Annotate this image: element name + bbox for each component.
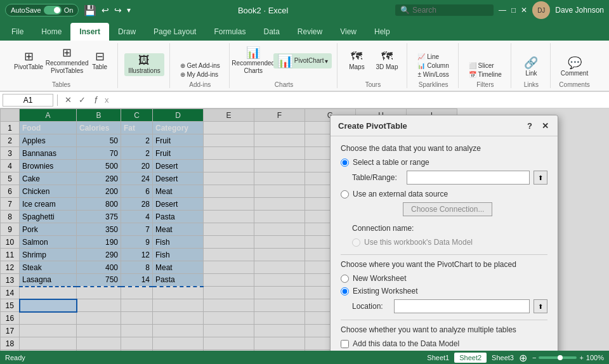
tab-formulas[interactable]: Formulas: [205, 23, 254, 41]
dialog-body: Choose the data that you want to analyze…: [331, 136, 558, 351]
avatar[interactable]: DJ: [532, 1, 550, 19]
tab-file[interactable]: File: [3, 23, 32, 41]
radio-table-range[interactable]: [341, 159, 349, 167]
recommended-pivottables-btn[interactable]: ⊞ RecommendedPivotTables: [49, 46, 84, 76]
recommended-charts-btn[interactable]: 📊 RecommendedCharts: [236, 46, 271, 76]
tab-view[interactable]: View: [331, 23, 365, 41]
ribbon-group-sparklines: 📈 Line 📊 Column ± Win/Loss Sparklines: [409, 43, 458, 88]
recommended-pivottables-icon: ⊞: [62, 47, 72, 58]
zoom-in-btn[interactable]: +: [579, 354, 583, 361]
autosave-label: AutoSave: [11, 6, 41, 14]
add-data-model-checkbox[interactable]: [341, 340, 349, 348]
column-sparkline-btn[interactable]: 📊 Column: [414, 62, 452, 70]
title-bar: AutoSave On 💾 ↩ ↪ ▾ Book2 · Excel 🔍 — □ …: [0, 0, 609, 20]
more-icon[interactable]: ▾: [127, 6, 131, 15]
radio-new-worksheet[interactable]: [341, 275, 349, 283]
dialog-title-buttons: ? ✕: [525, 120, 550, 131]
dialog-help-icon[interactable]: ?: [525, 120, 535, 131]
zoom-control: − + 100%: [532, 354, 604, 361]
radio-data-model-label: Use this workbook's Data Model: [364, 238, 473, 247]
search-input[interactable]: [412, 6, 488, 15]
sheet-tab-sheet1[interactable]: Sheet1: [427, 354, 449, 361]
formula-fx-separator: x: [105, 95, 109, 105]
tab-home[interactable]: Home: [32, 23, 70, 41]
create-pivottable-dialog: Create PivotTable ? ✕ Choose the data th…: [330, 115, 558, 351]
timeline-btn[interactable]: 📅 Timeline: [465, 70, 506, 79]
choose-connection-btn[interactable]: Choose Connection...: [403, 202, 492, 216]
tab-review[interactable]: Review: [289, 23, 331, 41]
radio-existing-worksheet[interactable]: [341, 287, 349, 296]
spreadsheet: A B C D E F G H I 1 Food Calories Fat: [0, 108, 609, 351]
filters-group-label: Filters: [476, 81, 494, 88]
comment-icon: 💬: [568, 57, 582, 68]
maps-icon: 🗺: [351, 51, 362, 62]
pivotchart-btn[interactable]: 📊 PivotChart ▾: [273, 53, 332, 68]
radio-external-source-row: Use an external data source: [341, 190, 547, 198]
add-sheet-btn[interactable]: ⊕: [519, 352, 527, 364]
radio-existing-worksheet-label: Existing Worksheet: [353, 287, 418, 296]
autosave-toggle[interactable]: [44, 6, 62, 15]
radio-data-model: [352, 238, 360, 247]
zoom-slider[interactable]: [539, 356, 577, 359]
minimize-icon[interactable]: —: [499, 6, 506, 15]
accept-formula-icon[interactable]: ✓: [75, 94, 88, 107]
location-input[interactable]: Sheet2!$A$15: [394, 299, 530, 313]
pivotchart-dropdown-icon[interactable]: ▾: [325, 58, 328, 65]
user-name: Dave Johnson: [555, 6, 604, 15]
dialog-divider-2: [341, 320, 547, 320]
redo-icon[interactable]: ↪: [114, 5, 122, 15]
tab-page-layout[interactable]: Page Layout: [145, 23, 205, 41]
function-icon[interactable]: f: [89, 94, 102, 107]
dialog-close-icon[interactable]: ✕: [540, 120, 550, 131]
line-sparkline-btn[interactable]: 📈 Line: [414, 53, 452, 61]
ribbon-group-tables: ⊞ PivotTable ⊞ RecommendedPivotTables ⊟ …: [5, 43, 118, 88]
addins-group-label: Add-ins: [189, 81, 211, 88]
ribbon-group-filters: ⬜ Slicer 📅 Timeline Filters: [460, 43, 511, 88]
illustrations-btn[interactable]: 🖼 Illustrations: [124, 53, 164, 76]
maximize-icon[interactable]: □: [511, 6, 516, 15]
radio-table-range-row: Select a table or range: [341, 158, 547, 167]
autosave-state: On: [64, 6, 74, 14]
close-icon[interactable]: ✕: [521, 6, 527, 15]
autosave-badge[interactable]: AutoSave On: [5, 4, 79, 16]
tab-data[interactable]: Data: [254, 23, 288, 41]
radio-table-range-label: Select a table or range: [353, 158, 429, 167]
cancel-formula-icon[interactable]: ✕: [62, 94, 74, 107]
get-addins-btn[interactable]: ⊕ Get Add-ins: [176, 62, 224, 70]
sheet-tab-sheet3[interactable]: Sheet3: [492, 354, 514, 361]
table-range-input[interactable]: Sheet2!$A$1:$D$13: [407, 171, 530, 185]
winloss-sparkline-btn[interactable]: ± Win/Loss: [414, 70, 452, 79]
name-box[interactable]: A1: [3, 94, 53, 107]
location-expand-btn[interactable]: ⬆: [534, 299, 547, 313]
table-btn[interactable]: ⊟ Table: [87, 49, 112, 72]
radio-external-source-label: Use an external data source: [353, 190, 448, 198]
3dmap-btn[interactable]: 🗺 3D Map: [372, 49, 402, 72]
undo-icon[interactable]: ↩: [102, 5, 109, 15]
link-btn[interactable]: 🔗 Link: [518, 56, 544, 79]
ribbon-group-links: 🔗 Link Links: [513, 43, 551, 88]
table-range-row: Table/Range: Sheet2!$A$1:$D$13 ⬆: [341, 171, 547, 185]
tours-group-label: Tours: [365, 81, 381, 88]
tab-help[interactable]: Help: [365, 23, 399, 41]
maps-btn[interactable]: 🗺 Maps: [344, 49, 369, 72]
radio-external-source[interactable]: [341, 190, 349, 198]
my-addins-btn[interactable]: ⊕ My Add-ins: [176, 70, 224, 79]
pivottable-btn[interactable]: ⊞ PivotTable: [10, 49, 47, 72]
connection-name-row: Connection name:: [341, 224, 547, 233]
sheet-tab-sheet2[interactable]: Sheet2: [454, 353, 487, 363]
add-data-model-label: Add this data to the Data Model: [353, 339, 459, 348]
formula-bar: A1 ✕ ✓ f x: [0, 92, 609, 108]
comment-btn[interactable]: 💬 Comment: [557, 56, 592, 79]
tab-draw[interactable]: Draw: [109, 23, 145, 41]
radio-new-worksheet-label: New Worksheet: [353, 274, 406, 283]
slicer-btn[interactable]: ⬜ Slicer: [465, 62, 506, 70]
save-icon[interactable]: 💾: [84, 4, 96, 16]
search-icon: 🔍: [400, 6, 410, 15]
tab-insert[interactable]: Insert: [70, 23, 109, 41]
formula-input[interactable]: [112, 94, 607, 107]
sparklines-group-label: Sparklines: [419, 81, 449, 88]
zoom-out-btn[interactable]: −: [532, 354, 536, 361]
location-row: Location: Sheet2!$A$15 ⬆: [341, 299, 547, 313]
table-range-expand-btn[interactable]: ⬆: [534, 171, 547, 185]
recommended-charts-icon: 📊: [246, 47, 260, 58]
